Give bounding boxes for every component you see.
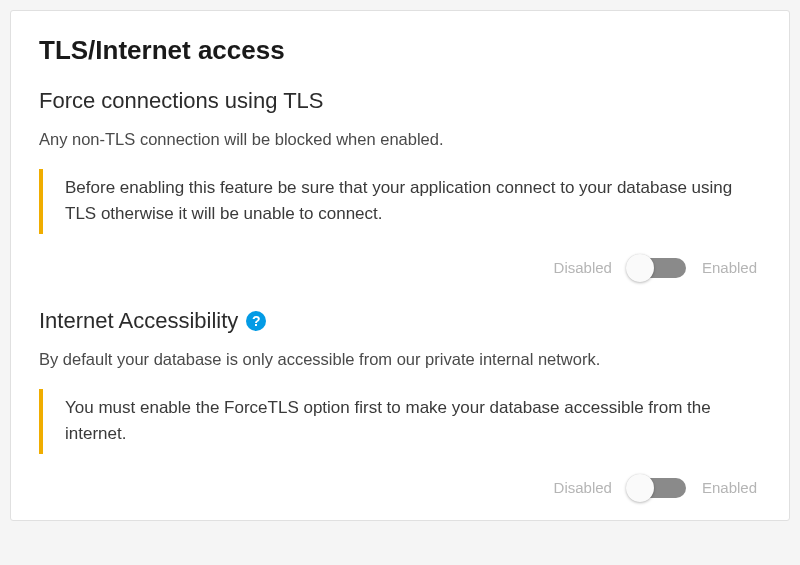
toggle-row-internet: Disabled Enabled — [39, 476, 761, 500]
card-title: TLS/Internet access — [39, 35, 761, 66]
section-title-internet: Internet Accessibility — [39, 308, 238, 334]
warning-text-internet: You must enable the ForceTLS option firs… — [65, 395, 757, 448]
section-description-internet: By default your database is only accessi… — [39, 348, 761, 371]
section-title-tls: Force connections using TLS — [39, 88, 324, 114]
toggle-label-disabled-internet: Disabled — [554, 479, 612, 496]
section-description-tls: Any non-TLS connection will be blocked w… — [39, 128, 761, 151]
section-internet-accessibility: Internet Accessibility ? By default your… — [39, 308, 761, 500]
toggle-label-enabled-internet: Enabled — [702, 479, 757, 496]
warning-box-internet: You must enable the ForceTLS option firs… — [39, 389, 761, 454]
help-icon[interactable]: ? — [246, 311, 266, 331]
warning-box-tls: Before enabling this feature be sure tha… — [39, 169, 761, 234]
toggle-force-tls[interactable] — [628, 256, 686, 280]
section-heading-internet: Internet Accessibility ? — [39, 308, 761, 334]
section-force-tls: Force connections using TLS Any non-TLS … — [39, 88, 761, 280]
section-heading-tls: Force connections using TLS — [39, 88, 761, 114]
warning-text-tls: Before enabling this feature be sure tha… — [65, 175, 757, 228]
toggle-label-enabled-tls: Enabled — [702, 259, 757, 276]
toggle-row-tls: Disabled Enabled — [39, 256, 761, 280]
toggle-internet-accessibility[interactable] — [628, 476, 686, 500]
toggle-thumb — [626, 254, 654, 282]
toggle-label-disabled-tls: Disabled — [554, 259, 612, 276]
toggle-thumb — [626, 474, 654, 502]
tls-internet-access-card: TLS/Internet access Force connections us… — [10, 10, 790, 521]
